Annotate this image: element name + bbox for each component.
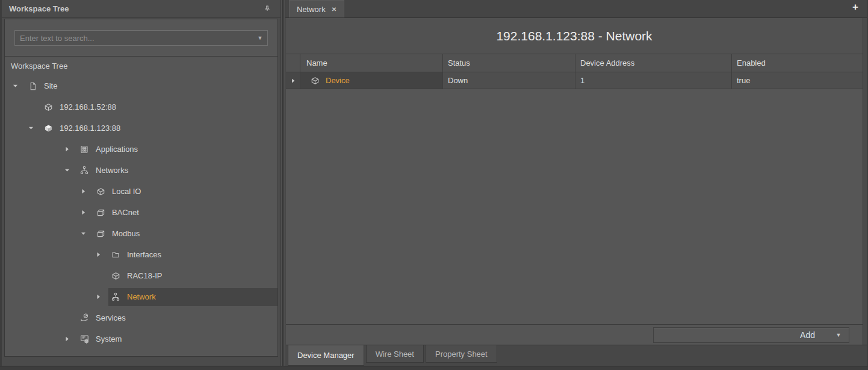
- add-caret-down-icon[interactable]: ▼: [828, 332, 849, 338]
- tree-item-rac18-ip[interactable]: RAC18-IP: [5, 265, 277, 286]
- expander-collapsed-icon[interactable]: [78, 209, 93, 216]
- view-tab-property-sheet[interactable]: Property Sheet: [426, 345, 497, 363]
- workspace-tree-body: ▼ Workspace Tree Site192.168.1.52:88192.…: [4, 19, 278, 357]
- cell-status[interactable]: Down: [443, 72, 575, 89]
- row-indicator-header: [286, 54, 300, 72]
- tree-item-content: Services: [77, 309, 277, 327]
- search-combo[interactable]: ▼: [14, 30, 268, 46]
- expander-collapsed-icon[interactable]: [93, 293, 108, 301]
- expander-expanded-icon[interactable]: [78, 230, 93, 237]
- pin-icon[interactable]: [261, 3, 273, 15]
- view-title-band: 192.168.1.123:88 - Network: [286, 18, 863, 54]
- view-tab-label: Wire Sheet: [376, 350, 414, 359]
- tree-item-label: Networks: [96, 166, 128, 175]
- box3d-icon: [95, 229, 107, 239]
- device-name-label: Device: [326, 76, 350, 85]
- panel-splitter[interactable]: [281, 0, 285, 366]
- tree-item-network[interactable]: Network: [5, 286, 277, 307]
- tree-item-bacnet[interactable]: BACnet: [5, 202, 277, 223]
- view-tab-wire-sheet[interactable]: Wire Sheet: [366, 345, 424, 363]
- add-button-label: Add: [800, 330, 815, 340]
- cube-solid-icon: [42, 124, 54, 133]
- cube-wire-icon: [95, 187, 107, 196]
- tree-item-192-168-1-52-88[interactable]: 192.168.1.52:88: [5, 96, 277, 118]
- tree-item-content: Interfaces: [108, 246, 277, 264]
- column-header-name[interactable]: Name: [300, 54, 443, 72]
- cell-device-address[interactable]: 1: [575, 72, 732, 89]
- search-input[interactable]: [15, 34, 253, 43]
- document-tabstrip: Network✕ +: [285, 0, 868, 18]
- view-tab-label: Device Manager: [297, 351, 355, 360]
- tree-item-content: Applications: [77, 140, 277, 158]
- tree-item-label: 192.168.1.123:88: [60, 124, 120, 133]
- close-icon[interactable]: ✕: [332, 6, 336, 13]
- tree-section-label: Workspace Tree: [5, 57, 277, 75]
- cube-wire-icon: [309, 76, 321, 86]
- expander-collapsed-icon[interactable]: [93, 251, 108, 259]
- expander-expanded-icon[interactable]: [61, 166, 77, 174]
- expander-collapsed-icon[interactable]: [78, 187, 93, 195]
- tree-item-192-168-1-123-88[interactable]: 192.168.1.123:88: [5, 118, 277, 139]
- folder-icon: [110, 250, 122, 260]
- tree-item-content: 192.168.1.52:88: [41, 98, 277, 116]
- tree-item-label: Local IO: [112, 187, 141, 196]
- tree-item-label: Services: [96, 313, 126, 322]
- document-icon: [26, 81, 39, 91]
- cell-name[interactable]: Device: [300, 72, 443, 89]
- grid-header-row: NameStatusDevice AddressEnabled: [286, 54, 863, 72]
- grid-footer-bar: Add ▼: [286, 324, 863, 345]
- services-icon: [78, 313, 90, 323]
- table-row[interactable]: DeviceDown1true: [286, 72, 863, 89]
- add-button[interactable]: Add ▼: [653, 327, 849, 343]
- tree-item-site[interactable]: Site: [5, 75, 277, 96]
- cell-enabled[interactable]: true: [732, 72, 863, 89]
- document-panel: Network✕ + 192.168.1.123:88 - Network Na…: [285, 0, 868, 370]
- tree-item-content: BACnet: [93, 204, 277, 222]
- dock-caption-bar: Workspace Tree: [2, 0, 281, 18]
- dock-caption-title: Workspace Tree: [9, 4, 69, 13]
- network-icon: [78, 166, 90, 175]
- tree-item-services[interactable]: Services: [5, 307, 277, 328]
- tree-item-label: Applications: [96, 145, 138, 154]
- tree-item-content: System: [77, 330, 277, 348]
- expander-collapsed-icon[interactable]: [61, 145, 77, 153]
- tree-item-label: RAC18-IP: [127, 271, 163, 280]
- tree-item-system[interactable]: System: [5, 328, 277, 350]
- tree-item-modbus[interactable]: Modbus: [5, 223, 277, 244]
- expander-collapsed-icon[interactable]: [61, 335, 77, 343]
- expander-expanded-icon[interactable]: [25, 124, 41, 132]
- system-icon: [78, 334, 90, 344]
- new-tab-plus-icon[interactable]: +: [850, 2, 861, 12]
- column-header-status[interactable]: Status: [443, 54, 575, 72]
- tree-item-label: 192.168.1.52:88: [60, 102, 116, 111]
- network-icon: [110, 292, 122, 302]
- grid-rows: DeviceDown1true: [286, 72, 863, 89]
- window-bottom-edge: [0, 366, 868, 370]
- tree-item-label: Site: [44, 81, 57, 90]
- cube-wire-icon: [110, 271, 122, 281]
- tree-item-content: Modbus: [93, 225, 277, 243]
- tree-item-label: Network: [127, 292, 156, 301]
- tree-item-local-io[interactable]: Local IO: [5, 181, 277, 202]
- workspace-tree: Site192.168.1.52:88192.168.1.123:88Appli…: [5, 75, 277, 356]
- expander-expanded-icon[interactable]: [10, 82, 25, 90]
- column-header-enabled[interactable]: Enabled: [732, 54, 863, 72]
- document-tab-label: Network: [297, 5, 326, 14]
- document-tab-network[interactable]: Network✕: [289, 0, 344, 17]
- column-header-device-address[interactable]: Device Address: [575, 54, 732, 72]
- cube-wire-icon: [42, 102, 54, 112]
- tree-selection-highlight: Network: [108, 288, 277, 306]
- search-caret-down-icon[interactable]: ▼: [253, 35, 267, 41]
- box3d-icon: [95, 208, 107, 218]
- tree-item-content: RAC18-IP: [108, 267, 277, 285]
- tree-item-content: 192.168.1.123:88: [41, 119, 277, 137]
- tree-item-label: Modbus: [112, 229, 140, 238]
- tree-item-content: Local IO: [93, 183, 277, 201]
- tree-item-networks[interactable]: Networks: [5, 160, 277, 181]
- tree-item-label: Interfaces: [127, 250, 161, 259]
- view-tab-label: Property Sheet: [435, 350, 488, 359]
- view-tab-device-manager[interactable]: Device Manager: [288, 345, 364, 366]
- tree-item-applications[interactable]: Applications: [5, 139, 277, 160]
- tree-item-interfaces[interactable]: Interfaces: [5, 244, 277, 265]
- device-manager-view: 192.168.1.123:88 - Network NameStatusDev…: [286, 18, 863, 345]
